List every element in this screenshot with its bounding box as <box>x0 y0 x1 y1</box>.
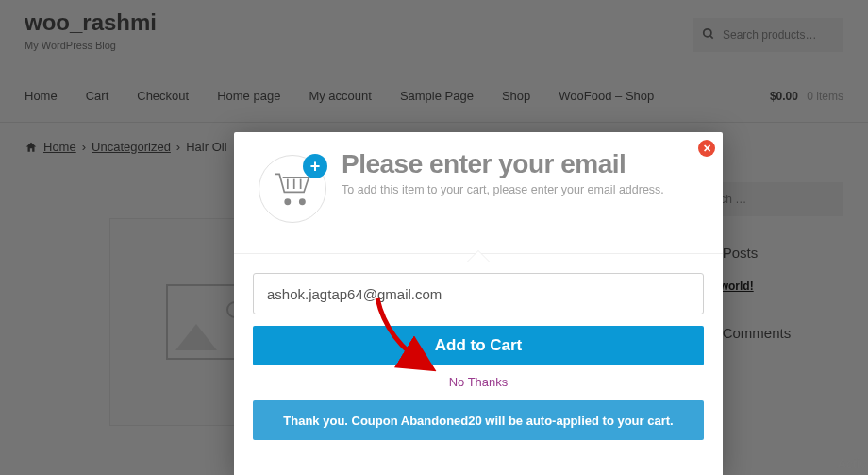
windows-activation-watermark: Activ <box>838 456 866 471</box>
coupon-message: Thank you. Coupon Abandoned20 will be au… <box>253 400 704 440</box>
modal-title: Please enter your email <box>342 149 664 179</box>
cart-icon <box>273 171 312 207</box>
email-capture-modal: ✕ + Please enter your email To add this … <box>234 132 723 475</box>
svg-point-4 <box>285 199 290 204</box>
add-to-cart-button[interactable]: Add to Cart <box>253 326 704 365</box>
plus-icon: + <box>303 154 327 178</box>
no-thanks-link[interactable]: No Thanks <box>253 375 704 389</box>
close-button[interactable]: ✕ <box>698 140 715 157</box>
cart-illustration: + <box>259 155 326 223</box>
email-field[interactable] <box>253 273 704 314</box>
close-icon: ✕ <box>703 144 711 154</box>
svg-point-5 <box>300 199 305 204</box>
pointer-triangle-icon <box>467 251 490 263</box>
modal-subtitle: To add this item to your cart, please en… <box>342 183 664 196</box>
